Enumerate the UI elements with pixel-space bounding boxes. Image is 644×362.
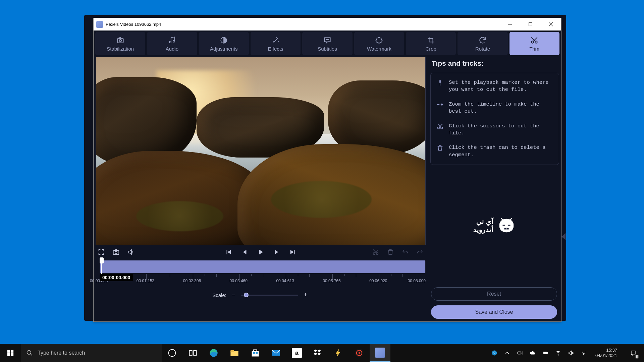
windows-icon (7, 349, 14, 357)
trash-icon (436, 144, 444, 152)
playhead[interactable] (100, 257, 104, 263)
taskbar-app-bolt[interactable] (328, 344, 349, 362)
timeline[interactable]: 00:00.000 00:01.153 00:02.306 00:03.460 … (96, 260, 426, 290)
search-placeholder: Type here to search (38, 350, 85, 356)
tray-meet-icon[interactable] (516, 349, 524, 357)
trim-icon (530, 36, 539, 45)
titlebar[interactable]: Pexels Videos 1093662.mp4 (94, 18, 561, 31)
svg-rect-1 (529, 23, 532, 26)
time-mark: 00:02.306 (183, 279, 201, 283)
undo-button[interactable] (401, 248, 410, 256)
svg-rect-58 (544, 353, 547, 354)
taskbar-mail[interactable] (266, 344, 286, 362)
marker-icon (436, 79, 444, 86)
tool-label: Crop (425, 46, 436, 52)
taskbar-app-a[interactable]: a (286, 344, 307, 362)
watermark-logo: آي تي أندرويد (430, 165, 559, 286)
tip-item: Set the playback marker to where you wan… (436, 79, 553, 94)
video-preview[interactable] (96, 57, 426, 245)
svg-rect-46 (252, 351, 259, 356)
tray-time: 15:37 (595, 348, 617, 353)
close-button[interactable] (541, 18, 561, 31)
svg-rect-34 (7, 350, 10, 353)
taskbar-search[interactable]: Type here to search (21, 344, 162, 362)
scale-slider[interactable] (241, 295, 298, 296)
reset-button[interactable]: Reset (431, 287, 557, 301)
play-button[interactable] (256, 248, 265, 256)
zoom-in-button[interactable]: + (302, 292, 309, 299)
redo-button[interactable] (416, 248, 424, 256)
tool-adjustments[interactable]: Adjustments (199, 32, 249, 55)
svg-point-10 (326, 39, 327, 40)
fullscreen-button[interactable] (97, 248, 106, 256)
svg-point-59 (558, 355, 558, 355)
tips-box: Set the playback marker to where you wan… (430, 73, 559, 165)
taskbar-current-app[interactable] (370, 344, 390, 362)
volume-button[interactable] (126, 248, 135, 256)
scale-knob[interactable] (244, 293, 249, 297)
tray-help-icon[interactable]: ? (491, 349, 498, 357)
tool-effects[interactable]: Effects (251, 32, 301, 55)
search-icon (26, 350, 33, 356)
tool-stabilization[interactable]: Stabilization (95, 32, 145, 55)
time-mark: 00:04.613 (276, 279, 294, 283)
delete-button[interactable] (386, 248, 395, 256)
audio-icon (168, 36, 176, 45)
cortana-button[interactable] (162, 344, 182, 362)
svg-point-11 (327, 39, 328, 40)
taskbar-explorer[interactable] (224, 344, 245, 362)
logo-text-1: آي تي (473, 218, 493, 226)
goto-end-button[interactable] (288, 248, 297, 256)
editor-window: Pexels Videos 1093662.mp4 Stabilization … (93, 18, 561, 322)
svg-rect-37 (11, 353, 13, 356)
tray-cloud-icon[interactable] (529, 349, 536, 357)
step-back-button[interactable] (240, 248, 249, 256)
tool-audio[interactable]: Audio (147, 32, 197, 55)
scale-control: Scale: − + (96, 290, 426, 300)
start-button[interactable] (0, 344, 21, 362)
svg-point-5 (119, 39, 121, 42)
taskbar-dropbox[interactable] (307, 344, 328, 362)
svg-point-8 (173, 40, 175, 42)
tool-subtitles[interactable]: Subtitles (302, 32, 352, 55)
timeline-ruler: 00:00.000 00:01.153 00:02.306 00:03.460 … (100, 274, 426, 280)
svg-rect-4 (117, 38, 123, 43)
tool-trim[interactable]: Trim (509, 32, 559, 55)
tray-battery-icon[interactable] (542, 349, 549, 357)
cut-button[interactable] (371, 248, 380, 256)
save-close-button[interactable]: Save and Close (431, 305, 557, 319)
time-mark: 00:05.766 (323, 279, 340, 283)
maximize-button[interactable] (520, 18, 541, 31)
taskbar-store[interactable] (245, 344, 266, 362)
tool-label: Audio (166, 46, 178, 52)
taskbar-edge[interactable] (203, 344, 224, 362)
svg-line-39 (31, 354, 32, 356)
tray-clock[interactable]: 15:37 04/01/2021 (593, 348, 620, 359)
zoom-out-button[interactable]: − (230, 292, 237, 299)
tool-label: Effects (268, 46, 283, 52)
tray-wifi-icon[interactable] (554, 349, 562, 357)
notifications-button[interactable]: 5 (625, 344, 641, 362)
svg-rect-19 (439, 80, 441, 83)
notif-count: 5 (635, 355, 639, 359)
tool-crop[interactable]: Crop (406, 32, 456, 55)
svg-point-52 (359, 352, 360, 354)
tool-rotate[interactable]: Rotate (458, 32, 507, 55)
taskbar-app-red[interactable] (349, 344, 370, 362)
tool-watermark[interactable]: Watermark (354, 32, 404, 55)
step-fwd-button[interactable] (272, 248, 281, 256)
task-view-button[interactable] (182, 344, 203, 362)
svg-rect-55 (518, 352, 521, 354)
tray-lang-icon[interactable] (580, 349, 587, 357)
svg-point-40 (169, 350, 176, 357)
snapshot-button[interactable] (112, 248, 120, 256)
tray-chevron-up-icon[interactable] (503, 349, 511, 357)
goto-start-button[interactable] (224, 248, 233, 256)
timeline-clip[interactable] (100, 260, 425, 273)
svg-point-16 (115, 251, 117, 253)
time-mark: 00:03.460 (230, 279, 248, 283)
tool-label: Rotate (475, 46, 490, 52)
minimize-button[interactable] (500, 18, 520, 31)
svg-rect-6 (119, 37, 120, 38)
tray-volume-icon[interactable] (567, 349, 575, 357)
